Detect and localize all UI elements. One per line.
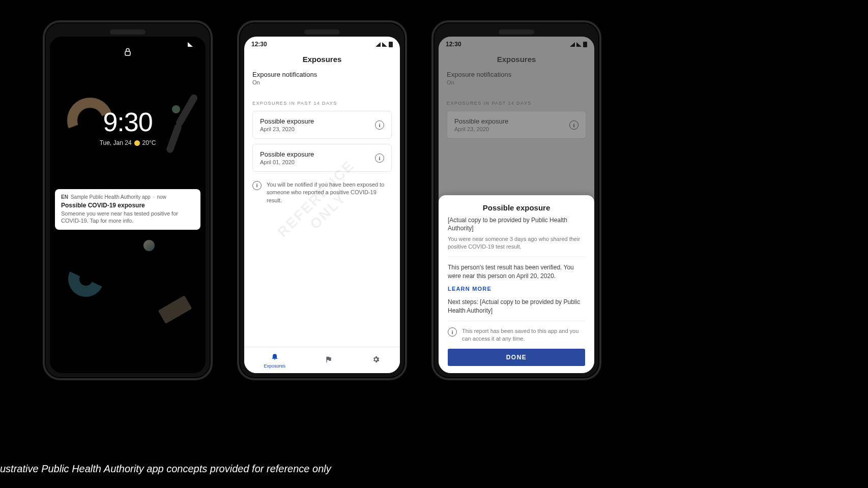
- lockscreen-date: Tue, Jan 24: [100, 139, 132, 146]
- signal-icon: [375, 42, 381, 47]
- sheet-subtitle: [Actual copy to be provided by Public He…: [448, 216, 585, 232]
- battery-icon: [389, 42, 393, 47]
- notif-app-prefix: EN: [61, 194, 68, 200]
- info-icon[interactable]: i: [375, 120, 384, 130]
- lock-icon: [124, 48, 131, 58]
- exposure-title: Possible exposure: [260, 150, 314, 158]
- learn-more-link[interactable]: LEARN MORE: [448, 286, 585, 292]
- exposure-notifications-setting[interactable]: Exposure notifications On: [252, 64, 392, 93]
- done-button[interactable]: DONE: [448, 349, 585, 366]
- nav-tab-exposures[interactable]: Exposures: [264, 352, 286, 369]
- exposure-title: Possible exposure: [260, 117, 314, 125]
- notif-when: now: [157, 194, 166, 200]
- lockscreen-time: 9:30: [103, 107, 152, 137]
- bottom-nav: Exposures: [244, 347, 400, 373]
- list-caption: EXPOSURES IN PAST 14 DAYS: [252, 101, 392, 106]
- saved-note: This report has been saved to this app a…: [462, 327, 585, 343]
- nav-tab-label: Exposures: [264, 363, 286, 369]
- notif-body: Someone you were near has tested positiv…: [61, 210, 194, 225]
- gear-icon: [372, 355, 380, 365]
- stage-caption: ustrative Public Health Authority app co…: [0, 463, 331, 475]
- status-icons: [375, 42, 393, 47]
- notif-app-name: Sample Public Health Authority app: [71, 194, 151, 200]
- info-icon: i: [252, 181, 262, 190]
- notification-card[interactable]: EN Sample Public Health Authority app · …: [55, 189, 200, 230]
- sheet-body: This person's test result has been verif…: [448, 263, 585, 281]
- setting-label: Exposure notifications: [252, 71, 392, 78]
- notif-title: Possible COVID-19 exposure: [61, 202, 194, 209]
- footnote-text: You will be notified if you have been ex…: [267, 181, 392, 204]
- status-time: 12:30: [251, 41, 267, 48]
- nav-tab-settings[interactable]: [372, 355, 380, 365]
- exposure-detail-sheet: Possible exposure [Actual copy to be pro…: [439, 195, 594, 373]
- weather-icon: [134, 140, 140, 146]
- svg-rect-0: [125, 51, 130, 55]
- flag-icon: [325, 355, 333, 365]
- page-title: Exposures: [244, 55, 400, 64]
- exposure-date: April 23, 2020: [260, 126, 314, 132]
- signal-icon-2: [382, 42, 387, 47]
- nav-tab-report[interactable]: [325, 355, 333, 365]
- sheet-summary: You were near someone 3 days ago who sha…: [448, 235, 585, 251]
- exposure-date: April 01, 2020: [260, 159, 314, 165]
- phone-exposure-detail: 12:30 Exposures Exposure notifications O…: [431, 20, 601, 380]
- sheet-title: Possible exposure: [448, 203, 585, 212]
- info-icon: i: [448, 327, 457, 337]
- phone-exposures-list: 12:30 Exposures Exposure notifications O…: [237, 20, 407, 380]
- exposure-item[interactable]: Possible exposure April 23, 2020 i: [252, 111, 392, 139]
- setting-value: On: [252, 79, 392, 85]
- lockscreen-temp: 20°C: [142, 139, 156, 146]
- info-icon[interactable]: i: [375, 154, 384, 163]
- phone-lockscreen: 12:30 9:30 Tue, Jan 24 20°C: [43, 20, 213, 380]
- next-steps: Next steps: [Actual copy to be provided …: [448, 298, 585, 315]
- bell-icon: [271, 352, 279, 362]
- exposure-item[interactable]: Possible exposure April 01, 2020 i: [252, 144, 392, 172]
